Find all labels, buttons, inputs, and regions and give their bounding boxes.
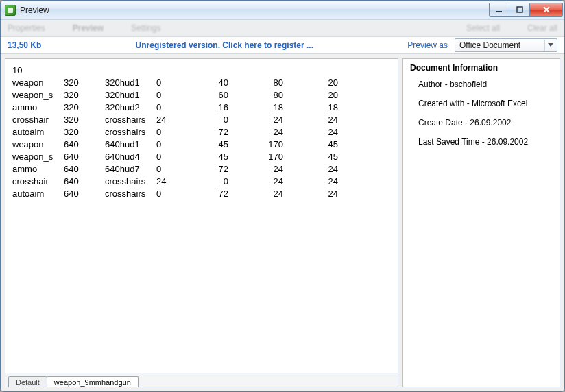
table-row: weapon_s640640hud404517045 xyxy=(12,151,391,163)
titlebar[interactable]: Preview xyxy=(1,1,564,20)
info-row: Create Date - 26.09.2002 xyxy=(418,118,553,127)
table-row: crosshair320crosshairs2402424 xyxy=(12,114,391,126)
maximize-icon xyxy=(516,6,523,13)
preview-as-select[interactable]: Office Document xyxy=(455,38,557,52)
chevron-down-icon xyxy=(544,40,555,51)
info-row: Created with - Microsoft Excel xyxy=(418,99,553,108)
svg-rect-0 xyxy=(496,11,502,12)
table-row: autoaim640crosshairs0722424 xyxy=(12,188,391,200)
file-size: 13,50 Kb xyxy=(8,40,41,50)
window-controls xyxy=(489,3,563,17)
header-bar: 13,50 Kb Unregistered version. Click her… xyxy=(1,36,564,54)
table-row: weapon320320hud10408020 xyxy=(12,77,391,89)
sheet-tabs: Defaultweapon_9mmhandgun xyxy=(5,373,398,387)
preview-as-value: Office Document xyxy=(459,40,520,50)
sheet-leading-row: 10 xyxy=(12,64,391,77)
sheet-content[interactable]: 10weapon320320hud10408020weapon_s320320h… xyxy=(5,59,398,373)
close-button[interactable] xyxy=(530,3,563,17)
minimize-icon xyxy=(496,6,503,13)
preview-window: Preview PropertiesPreviewSettings Select… xyxy=(0,0,565,392)
svg-rect-1 xyxy=(517,7,522,12)
preview-as-label: Preview as xyxy=(407,40,448,50)
table-row: ammo320320hud20161818 xyxy=(12,101,391,114)
table-row: crosshair640crosshairs2402424 xyxy=(12,175,391,188)
window-title: Preview xyxy=(20,5,489,15)
work-area: 10weapon320320hud10408020weapon_s320320h… xyxy=(1,54,564,391)
info-row: Author - bschofield xyxy=(418,79,553,89)
app-icon xyxy=(5,5,16,16)
sheet-tab[interactable]: Default xyxy=(8,376,47,387)
table-row: ammo640640hud70722424 xyxy=(12,163,391,175)
minimize-button[interactable] xyxy=(489,3,509,17)
maximize-button[interactable] xyxy=(509,3,530,17)
info-heading: Document Information xyxy=(410,63,553,73)
close-icon xyxy=(542,6,551,13)
preview-pane: 10weapon320320hud10408020weapon_s320320h… xyxy=(5,58,398,387)
sheet-tab[interactable]: weapon_9mmhandgun xyxy=(47,376,139,387)
register-link[interactable]: Unregistered version. Click here to regi… xyxy=(136,40,313,50)
document-info-pane: Document Information Author - bschofield… xyxy=(402,58,560,387)
table-row: weapon640640hud104517045 xyxy=(12,138,391,151)
info-row: Last Saved Time - 26.09.2002 xyxy=(418,137,553,147)
table-row: autoaim320crosshairs0722424 xyxy=(12,126,391,138)
background-toolbar: PropertiesPreviewSettings Select allClea… xyxy=(1,20,564,36)
table-row: weapon_s320320hud10608020 xyxy=(12,89,391,101)
